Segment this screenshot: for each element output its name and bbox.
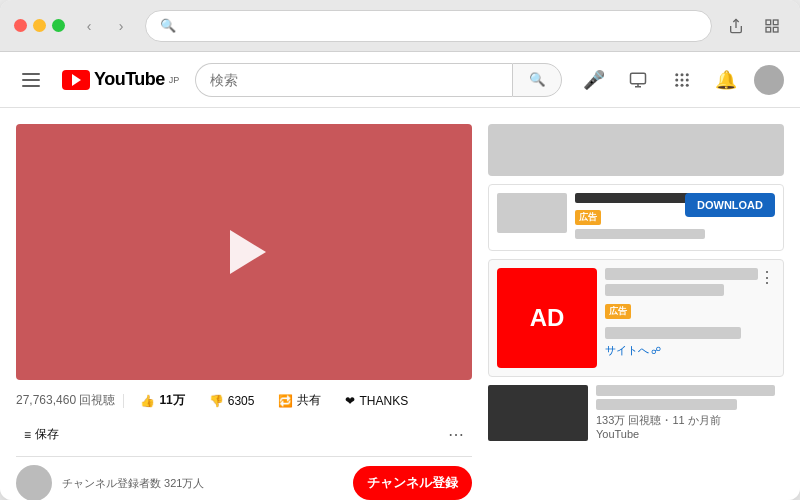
yt-sidebar: 広告 DOWNLOAD AD 広告 — [488, 124, 784, 500]
rec-thumbnail — [488, 385, 588, 441]
rec-title-bar-2 — [596, 399, 737, 410]
share-button[interactable]: 🔁 共有 — [270, 388, 329, 413]
menu-icon — [22, 85, 40, 87]
first-ad-card: 広告 DOWNLOAD — [488, 184, 784, 251]
address-bar: 🔍 — [145, 10, 712, 42]
top-banner-ad — [488, 124, 784, 176]
video-player[interactable] — [16, 124, 472, 380]
back-button[interactable]: ‹ — [75, 12, 103, 40]
svg-rect-4 — [773, 27, 778, 32]
maximize-button[interactable] — [52, 19, 65, 32]
yt-logo-icon — [62, 70, 90, 90]
view-count: 27,763,460 回視聴 — [16, 392, 115, 409]
new-tab-icon[interactable] — [758, 12, 786, 40]
avatar[interactable] — [754, 65, 784, 95]
site-link[interactable]: サイトへ ☍ — [605, 343, 775, 358]
yt-header-icons: 🎤 🔔 — [578, 64, 784, 96]
rec-info: 133万 回視聴・11 か月前 YouTube — [596, 385, 784, 440]
yt-logo[interactable]: YouTubeJP — [62, 69, 179, 90]
yt-main: 27,763,460 回視聴 👍 11万 👎 6305 🔁 共有 — [16, 124, 472, 500]
more-options-button[interactable]: ⋮ — [759, 268, 775, 287]
ad-red-thumbnail: AD — [497, 268, 597, 368]
browser-actions — [722, 12, 786, 40]
svg-point-14 — [686, 83, 689, 86]
svg-rect-5 — [631, 73, 646, 84]
heart-icon: ❤ — [345, 394, 355, 408]
rec-view-count: 133万 回視聴・11 か月前 — [596, 413, 784, 428]
share-icon[interactable] — [722, 12, 750, 40]
svg-point-9 — [675, 78, 678, 81]
stat-divider — [123, 394, 124, 408]
yt-search-input[interactable] — [195, 63, 512, 97]
rec-title-bar — [596, 385, 775, 396]
svg-rect-3 — [766, 27, 771, 32]
nav-buttons: ‹ › — [75, 12, 135, 40]
svg-point-6 — [675, 73, 678, 76]
yt-play-icon — [72, 74, 81, 86]
thanks-button[interactable]: ❤ THANKS — [337, 390, 416, 412]
menu-button[interactable] — [16, 67, 46, 93]
apps-button[interactable] — [666, 64, 698, 96]
youtube-page: YouTubeJP 🔍 🎤 — [0, 52, 800, 500]
download-button[interactable]: DOWNLOAD — [685, 193, 775, 217]
dislike-button[interactable]: 👎 6305 — [201, 390, 263, 412]
address-input[interactable] — [184, 18, 697, 33]
notifications-button[interactable]: 🔔 — [710, 64, 742, 96]
likes-count: 11万 — [159, 392, 184, 409]
external-link-icon: ☍ — [651, 345, 661, 356]
like-button[interactable]: 👍 11万 — [132, 388, 192, 413]
yt-header: YouTubeJP 🔍 🎤 — [0, 52, 800, 108]
svg-point-13 — [681, 83, 684, 86]
channel-info: チャンネル登録者数 321万人 — [62, 476, 343, 491]
main-ad-card: AD 広告 サイトへ ☍ ⋮ — [488, 259, 784, 377]
yt-search-button[interactable]: 🔍 — [512, 63, 562, 97]
thumbs-down-icon: 👎 — [209, 394, 224, 408]
ad-text: AD — [530, 304, 565, 332]
play-button-icon — [230, 230, 266, 274]
ad-badge: 広告 — [575, 210, 601, 225]
save-icon: ≡ — [24, 428, 31, 442]
subscriber-count: チャンネル登録者数 321万人 — [62, 476, 343, 491]
menu-icon — [22, 73, 40, 75]
svg-point-12 — [675, 83, 678, 86]
microphone-button[interactable]: 🎤 — [578, 64, 610, 96]
subscribe-button[interactable]: チャンネル登録 — [353, 466, 472, 500]
yt-content: 27,763,460 回視聴 👍 11万 👎 6305 🔁 共有 — [0, 108, 800, 500]
ad-description — [575, 229, 705, 239]
minimize-button[interactable] — [33, 19, 46, 32]
yt-logo-jp: JP — [169, 75, 180, 85]
rec-channel: YouTube — [596, 428, 784, 440]
more-options-button[interactable]: ⋯ — [440, 421, 472, 448]
thumbs-up-icon: 👍 — [140, 394, 155, 408]
browser-titlebar: ‹ › 🔍 — [0, 0, 800, 52]
browser-window: ‹ › 🔍 — [0, 0, 800, 500]
ad-info-right: 広告 サイトへ ☍ — [605, 268, 775, 358]
site-link-text: サイトへ — [605, 343, 649, 358]
svg-point-7 — [681, 73, 684, 76]
dislikes-count: 6305 — [228, 394, 255, 408]
search-icon: 🔍 — [160, 18, 176, 33]
svg-rect-1 — [766, 20, 771, 25]
channel-row: チャンネル登録者数 321万人 チャンネル登録 — [16, 457, 472, 500]
ad-desc-bar — [605, 327, 741, 339]
close-button[interactable] — [14, 19, 27, 32]
svg-point-11 — [686, 78, 689, 81]
svg-point-10 — [681, 78, 684, 81]
share-icon: 🔁 — [278, 394, 293, 408]
thanks-label: THANKS — [359, 394, 408, 408]
upload-button[interactable] — [622, 64, 654, 96]
traffic-lights — [14, 19, 65, 32]
search-icon: 🔍 — [529, 72, 546, 87]
forward-button[interactable]: › — [107, 12, 135, 40]
recommended-video[interactable]: 133万 回視聴・11 か月前 YouTube — [488, 385, 784, 441]
save-label: 保存 — [35, 426, 59, 443]
channel-avatar[interactable] — [16, 465, 52, 500]
ad-subtitle-bar — [605, 284, 724, 296]
menu-icon — [22, 79, 40, 81]
svg-rect-2 — [773, 20, 778, 25]
yt-logo-text: YouTube — [94, 69, 165, 90]
share-label: 共有 — [297, 392, 321, 409]
ad-badge-2: 広告 — [605, 304, 631, 319]
ad-thumbnail — [497, 193, 567, 233]
save-button[interactable]: ≡ 保存 — [16, 422, 67, 447]
